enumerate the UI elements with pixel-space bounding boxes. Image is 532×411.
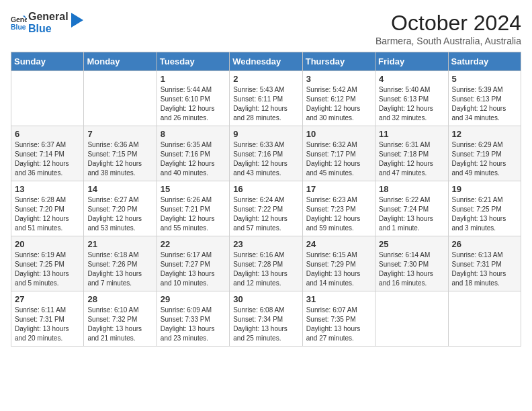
calendar-cell: 16Sunrise: 6:24 AM Sunset: 7:22 PM Dayli… bbox=[230, 181, 302, 236]
page-header: General Blue General Blue October 2024 B… bbox=[11, 11, 521, 46]
day-number: 2 bbox=[233, 74, 298, 84]
day-number: 7 bbox=[87, 129, 152, 139]
calendar-cell: 8Sunrise: 6:35 AM Sunset: 7:16 PM Daylig… bbox=[157, 126, 229, 181]
calendar-cell: 1Sunrise: 5:44 AM Sunset: 6:10 PM Daylig… bbox=[157, 71, 229, 126]
calendar-table: SundayMondayTuesdayWednesdayThursdayFrid… bbox=[11, 52, 521, 347]
day-number: 24 bbox=[306, 239, 371, 249]
day-info: Sunrise: 6:17 AM Sunset: 7:27 PM Dayligh… bbox=[161, 250, 226, 288]
calendar-week-row: 27Sunrise: 6:11 AM Sunset: 7:31 PM Dayli… bbox=[11, 291, 521, 347]
calendar-cell: 6Sunrise: 6:37 AM Sunset: 7:14 PM Daylig… bbox=[11, 126, 84, 181]
day-info: Sunrise: 6:26 AM Sunset: 7:21 PM Dayligh… bbox=[161, 195, 226, 233]
day-number: 9 bbox=[233, 129, 298, 139]
day-info: Sunrise: 5:43 AM Sunset: 6:11 PM Dayligh… bbox=[233, 85, 298, 123]
day-info: Sunrise: 6:29 AM Sunset: 7:19 PM Dayligh… bbox=[452, 140, 517, 178]
calendar-cell: 27Sunrise: 6:11 AM Sunset: 7:31 PM Dayli… bbox=[11, 291, 84, 347]
calendar-cell bbox=[375, 291, 448, 347]
header-sunday: Sunday bbox=[11, 52, 84, 71]
calendar-cell: 10Sunrise: 6:32 AM Sunset: 7:17 PM Dayli… bbox=[302, 126, 375, 181]
day-number: 12 bbox=[452, 129, 517, 139]
calendar-cell: 23Sunrise: 6:16 AM Sunset: 7:28 PM Dayli… bbox=[230, 236, 302, 291]
day-info: Sunrise: 6:14 AM Sunset: 7:30 PM Dayligh… bbox=[379, 250, 444, 288]
day-info: Sunrise: 6:07 AM Sunset: 7:35 PM Dayligh… bbox=[306, 306, 371, 343]
header-monday: Monday bbox=[84, 52, 157, 71]
calendar-week-row: 1Sunrise: 5:44 AM Sunset: 6:10 PM Daylig… bbox=[11, 71, 521, 126]
day-info: Sunrise: 6:37 AM Sunset: 7:14 PM Dayligh… bbox=[15, 140, 80, 178]
location: Barmera, South Australia, Australia bbox=[375, 36, 521, 46]
day-info: Sunrise: 5:40 AM Sunset: 6:13 PM Dayligh… bbox=[379, 85, 444, 123]
calendar-cell bbox=[84, 71, 157, 126]
day-number: 16 bbox=[233, 184, 298, 194]
header-tuesday: Tuesday bbox=[157, 52, 229, 71]
calendar-week-row: 6Sunrise: 6:37 AM Sunset: 7:14 PM Daylig… bbox=[11, 126, 521, 181]
svg-text:Blue: Blue bbox=[11, 24, 26, 31]
day-info: Sunrise: 6:16 AM Sunset: 7:28 PM Dayligh… bbox=[233, 250, 298, 288]
calendar-cell: 18Sunrise: 6:22 AM Sunset: 7:24 PM Dayli… bbox=[375, 181, 448, 236]
logo-blue: Blue bbox=[28, 23, 69, 35]
day-number: 25 bbox=[379, 239, 444, 249]
logo-general: General bbox=[28, 11, 69, 23]
logo: General Blue General Blue bbox=[11, 11, 83, 36]
calendar-cell: 21Sunrise: 6:18 AM Sunset: 7:26 PM Dayli… bbox=[84, 236, 157, 291]
calendar-cell: 22Sunrise: 6:17 AM Sunset: 7:27 PM Dayli… bbox=[157, 236, 229, 291]
day-number: 5 bbox=[452, 74, 517, 84]
calendar-cell: 12Sunrise: 6:29 AM Sunset: 7:19 PM Dayli… bbox=[448, 126, 521, 181]
calendar-cell: 11Sunrise: 6:31 AM Sunset: 7:18 PM Dayli… bbox=[375, 126, 448, 181]
calendar-cell: 2Sunrise: 5:43 AM Sunset: 6:11 PM Daylig… bbox=[230, 71, 302, 126]
day-number: 6 bbox=[15, 129, 80, 139]
calendar-cell bbox=[448, 291, 521, 347]
day-info: Sunrise: 6:13 AM Sunset: 7:31 PM Dayligh… bbox=[452, 250, 517, 288]
day-info: Sunrise: 6:27 AM Sunset: 7:20 PM Dayligh… bbox=[87, 195, 152, 233]
day-number: 8 bbox=[161, 129, 226, 139]
day-info: Sunrise: 6:24 AM Sunset: 7:22 PM Dayligh… bbox=[233, 195, 298, 233]
day-number: 19 bbox=[452, 184, 517, 194]
calendar-cell: 17Sunrise: 6:23 AM Sunset: 7:23 PM Dayli… bbox=[302, 181, 375, 236]
calendar-cell: 3Sunrise: 5:42 AM Sunset: 6:12 PM Daylig… bbox=[302, 71, 375, 126]
day-number: 26 bbox=[452, 239, 517, 249]
calendar-cell bbox=[11, 71, 84, 126]
calendar-cell: 31Sunrise: 6:07 AM Sunset: 7:35 PM Dayli… bbox=[302, 291, 375, 347]
header-saturday: Saturday bbox=[448, 52, 521, 71]
title-block: October 2024 Barmera, South Australia, A… bbox=[375, 11, 521, 46]
day-info: Sunrise: 6:11 AM Sunset: 7:31 PM Dayligh… bbox=[15, 306, 80, 343]
day-info: Sunrise: 6:22 AM Sunset: 7:24 PM Dayligh… bbox=[379, 195, 444, 233]
header-wednesday: Wednesday bbox=[230, 52, 302, 71]
calendar-cell: 29Sunrise: 6:09 AM Sunset: 7:33 PM Dayli… bbox=[157, 291, 229, 347]
day-info: Sunrise: 5:39 AM Sunset: 6:13 PM Dayligh… bbox=[452, 85, 517, 123]
svg-text:General: General bbox=[11, 17, 27, 24]
day-number: 28 bbox=[87, 294, 152, 304]
calendar-cell: 15Sunrise: 6:26 AM Sunset: 7:21 PM Dayli… bbox=[157, 181, 229, 236]
day-info: Sunrise: 6:08 AM Sunset: 7:34 PM Dayligh… bbox=[233, 306, 298, 343]
logo-icon: General Blue bbox=[11, 15, 27, 31]
day-info: Sunrise: 6:21 AM Sunset: 7:25 PM Dayligh… bbox=[452, 195, 517, 233]
calendar-cell: 26Sunrise: 6:13 AM Sunset: 7:31 PM Dayli… bbox=[448, 236, 521, 291]
day-number: 21 bbox=[87, 239, 152, 249]
calendar-cell: 25Sunrise: 6:14 AM Sunset: 7:30 PM Dayli… bbox=[375, 236, 448, 291]
header-friday: Friday bbox=[375, 52, 448, 71]
day-info: Sunrise: 6:36 AM Sunset: 7:15 PM Dayligh… bbox=[87, 140, 152, 178]
logo-arrow-icon bbox=[71, 13, 83, 28]
day-info: Sunrise: 5:42 AM Sunset: 6:12 PM Dayligh… bbox=[306, 85, 371, 123]
day-info: Sunrise: 6:15 AM Sunset: 7:29 PM Dayligh… bbox=[306, 250, 371, 288]
calendar-cell: 28Sunrise: 6:10 AM Sunset: 7:32 PM Dayli… bbox=[84, 291, 157, 347]
day-info: Sunrise: 6:35 AM Sunset: 7:16 PM Dayligh… bbox=[161, 140, 226, 178]
calendar-cell: 4Sunrise: 5:40 AM Sunset: 6:13 PM Daylig… bbox=[375, 71, 448, 126]
day-number: 3 bbox=[306, 74, 371, 84]
day-number: 29 bbox=[161, 294, 226, 304]
day-number: 11 bbox=[379, 129, 444, 139]
day-info: Sunrise: 6:19 AM Sunset: 7:25 PM Dayligh… bbox=[15, 250, 80, 288]
day-number: 10 bbox=[306, 129, 371, 139]
day-info: Sunrise: 6:31 AM Sunset: 7:18 PM Dayligh… bbox=[379, 140, 444, 178]
day-number: 23 bbox=[233, 239, 298, 249]
calendar-cell: 20Sunrise: 6:19 AM Sunset: 7:25 PM Dayli… bbox=[11, 236, 84, 291]
calendar-cell: 5Sunrise: 5:39 AM Sunset: 6:13 PM Daylig… bbox=[448, 71, 521, 126]
day-number: 4 bbox=[379, 74, 444, 84]
day-info: Sunrise: 6:10 AM Sunset: 7:32 PM Dayligh… bbox=[87, 306, 152, 343]
calendar-week-row: 20Sunrise: 6:19 AM Sunset: 7:25 PM Dayli… bbox=[11, 236, 521, 291]
calendar-cell: 24Sunrise: 6:15 AM Sunset: 7:29 PM Dayli… bbox=[302, 236, 375, 291]
day-info: Sunrise: 6:32 AM Sunset: 7:17 PM Dayligh… bbox=[306, 140, 371, 178]
day-number: 31 bbox=[306, 294, 371, 304]
day-number: 15 bbox=[161, 184, 226, 194]
svg-marker-3 bbox=[71, 13, 83, 28]
day-number: 22 bbox=[161, 239, 226, 249]
calendar-cell: 13Sunrise: 6:28 AM Sunset: 7:20 PM Dayli… bbox=[11, 181, 84, 236]
